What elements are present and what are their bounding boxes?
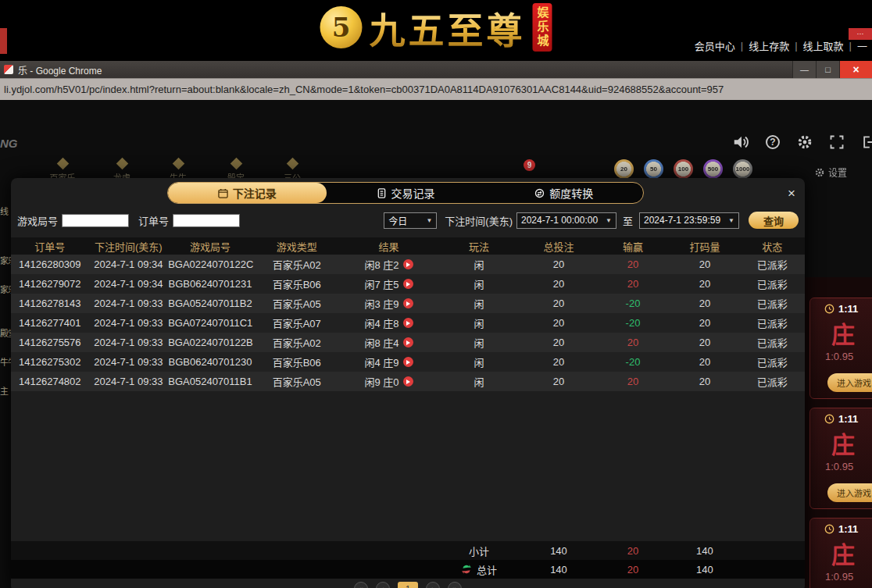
- game-card[interactable]: 1:11 庄 1:0.95 进入游戏: [809, 408, 872, 509]
- date-from-dropdown[interactable]: 2024-7-1 00:00:00 ▼: [516, 212, 616, 229]
- fullscreen-icon[interactable]: [827, 133, 846, 151]
- cell-result: 闲8 庄4: [341, 335, 437, 350]
- to-label: 至: [623, 213, 633, 228]
- enter-game-button[interactable]: 进入游戏: [827, 373, 872, 392]
- top-link[interactable]: 线上存款: [749, 38, 789, 53]
- maximize-button[interactable]: □: [816, 61, 839, 78]
- top-link[interactable]: 一: [857, 38, 867, 53]
- cell-status: 已派彩: [740, 257, 805, 272]
- banker-label: 庄: [831, 426, 872, 460]
- top-link[interactable]: 线上取款: [803, 38, 844, 53]
- cell-total-bet: 20: [521, 258, 596, 270]
- bet-time-label: 下注时间(美东): [445, 213, 513, 228]
- bet-records-modal: 下注记录 交易记录 额度转换 × 游戏局号 订单号: [11, 178, 805, 588]
- tab-bet-records[interactable]: 下注记录: [168, 183, 327, 203]
- cell-winloss: -20: [596, 298, 670, 309]
- replay-play-icon[interactable]: [403, 298, 413, 308]
- cell-order: 14126274802: [11, 376, 89, 387]
- game-card[interactable]: 1:11 庄 1:0.95 进入游戏: [809, 298, 872, 399]
- subtotal-valid: 140: [670, 545, 739, 557]
- replay-play-icon[interactable]: [403, 279, 413, 289]
- cell-winloss: 20: [596, 258, 670, 270]
- cell-valid-bet: 20: [670, 337, 739, 348]
- cell-winloss: -20: [596, 317, 670, 329]
- table-row: 14126275302 2024-7-1 09:33 BGB0624070123…: [11, 352, 805, 372]
- window-controls: — □ ×: [792, 61, 872, 78]
- site-top-bar: 5 九五至尊 娱乐城 会员中心|线上存款|线上取款|一 ···: [0, 0, 872, 61]
- last-page-button[interactable]: »: [448, 582, 462, 588]
- replay-play-icon[interactable]: [403, 318, 413, 328]
- cell-play-type: 闲: [437, 315, 522, 330]
- gear-icon[interactable]: [795, 133, 814, 151]
- cell-bet-time: 2024-7-1 09:33: [89, 337, 169, 348]
- cell-game-round: BGA0224070122B: [168, 337, 252, 348]
- table-row: 14126280309 2024-7-1 09:34 BGA0224070122…: [11, 255, 805, 274]
- exit-icon[interactable]: [859, 133, 872, 151]
- result-text: 闲7 庄5: [365, 276, 399, 291]
- countdown-timer: 1:11: [838, 303, 858, 315]
- banker-label: 庄: [831, 315, 872, 350]
- range-preset-dropdown[interactable]: 今日 ▼: [384, 212, 437, 229]
- replay-play-icon[interactable]: [403, 337, 413, 347]
- table-row: 14126274802 2024-7-1 09:33 BGA052407011B…: [11, 372, 805, 391]
- cell-valid-bet: 20: [670, 278, 739, 290]
- cell-play-type: 闲: [437, 374, 522, 389]
- enter-game-button[interactable]: 进入游戏: [827, 483, 872, 502]
- cell-status: 已派彩: [740, 355, 805, 369]
- cell-bet-time: 2024-7-1 09:33: [89, 298, 169, 309]
- game-category-icon: [116, 158, 128, 170]
- link-separator: |: [795, 40, 797, 52]
- query-button[interactable]: 查询: [749, 212, 799, 229]
- date-to-dropdown[interactable]: 2024-7-1 23:59:59 ▼: [639, 212, 739, 229]
- speaker-icon[interactable]: [731, 133, 750, 151]
- favicon-icon: [4, 65, 13, 74]
- game-card-sidebar: 1:11 庄 1:0.95 进入游戏 1:11 庄 1:0.95 进入游戏 1:…: [805, 277, 872, 588]
- col-header: 游戏类型: [252, 239, 341, 254]
- prev-page-button[interactable]: ‹: [376, 582, 390, 588]
- bet-chip[interactable]: 100: [674, 159, 693, 179]
- close-icon[interactable]: ×: [788, 187, 795, 200]
- chevron-down-icon: ▼: [426, 217, 432, 224]
- cell-valid-bet: 20: [670, 258, 739, 270]
- table-row: 14126278143 2024-7-1 09:33 BGA052407011B…: [11, 294, 805, 313]
- help-icon[interactable]: ?: [763, 133, 782, 151]
- cell-game-type: 百家乐A02: [252, 257, 341, 272]
- countdown-timer: 1:11: [838, 413, 858, 425]
- bet-chip[interactable]: 20: [614, 159, 634, 179]
- cell-play-type: 闲: [437, 296, 522, 311]
- url-text[interactable]: li.ydjol.com/h5V01/pc/index.html?return=…: [4, 84, 871, 95]
- tab-transaction-records[interactable]: 交易记录: [327, 183, 485, 203]
- cell-order: 14126275576: [11, 337, 89, 348]
- cell-status: 已派彩: [740, 315, 805, 330]
- cell-winloss: 20: [596, 376, 670, 387]
- bet-chip[interactable]: 500: [703, 159, 723, 179]
- browser-url-bar[interactable]: li.ydjol.com/h5V01/pc/index.html?return=…: [0, 78, 872, 100]
- game-card[interactable]: 1:11 庄 1:0.95 进入游戏: [809, 518, 872, 588]
- cell-game-round: BGB06240701231: [168, 278, 252, 290]
- replay-play-icon[interactable]: [403, 357, 413, 367]
- order-number-input[interactable]: [173, 214, 240, 227]
- top-link[interactable]: 会员中心: [695, 38, 735, 53]
- bet-chip[interactable]: 50: [644, 159, 663, 179]
- first-page-button[interactable]: «: [354, 582, 368, 588]
- odds-label: 1:0.95: [825, 351, 872, 362]
- col-header: 下注时间(美东): [89, 239, 169, 254]
- close-window-button[interactable]: ×: [839, 61, 872, 78]
- bet-chip[interactable]: 1000: [733, 159, 752, 179]
- game-round-input[interactable]: [62, 214, 129, 227]
- minimize-button[interactable]: —: [792, 61, 816, 78]
- replay-play-icon[interactable]: [403, 376, 413, 387]
- settings-gear-icon: [814, 167, 825, 178]
- result-text: 闲4 庄8: [365, 315, 399, 330]
- settings-button[interactable]: 设置: [814, 166, 847, 179]
- tab-quota-transfer[interactable]: 额度转换: [484, 183, 643, 203]
- clock-icon: [824, 414, 834, 424]
- next-page-button[interactable]: ›: [426, 582, 440, 588]
- replay-play-icon[interactable]: [403, 259, 413, 269]
- col-header: 订单号: [11, 239, 89, 254]
- clock-icon: [824, 304, 834, 314]
- refresh-icon[interactable]: [461, 564, 472, 575]
- banker-label: 庄: [831, 536, 872, 570]
- logo-text: 九五至尊: [370, 2, 526, 53]
- logo-coin-icon: 5: [320, 6, 363, 48]
